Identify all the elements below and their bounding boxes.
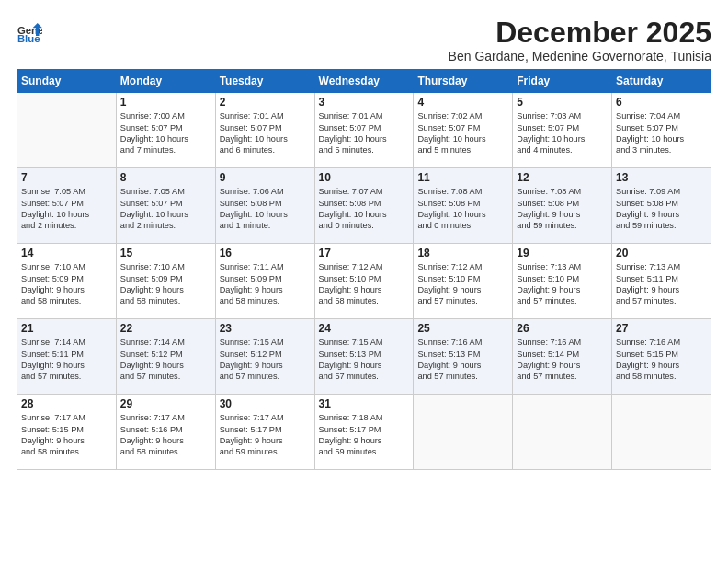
table-row (17, 93, 117, 168)
day-number: 8 (120, 171, 211, 184)
day-info: Sunrise: 7:01 AMSunset: 5:07 PMDaylight:… (319, 110, 410, 156)
header-thursday: Thursday (414, 70, 513, 93)
day-info: Sunrise: 7:08 AMSunset: 5:08 PMDaylight:… (517, 186, 608, 232)
logo-icon: General Blue (17, 17, 42, 42)
calendar-week-row: 28Sunrise: 7:17 AMSunset: 5:15 PMDayligh… (17, 395, 711, 470)
day-info: Sunrise: 7:13 AMSunset: 5:10 PMDaylight:… (517, 261, 608, 307)
table-row: 17Sunrise: 7:12 AMSunset: 5:10 PMDayligh… (314, 244, 414, 319)
day-number: 17 (319, 247, 410, 259)
day-number: 1 (120, 96, 211, 109)
header-friday: Friday (513, 70, 612, 93)
table-row (513, 395, 612, 470)
day-number: 14 (21, 247, 112, 259)
header-wednesday: Wednesday (314, 70, 414, 93)
table-row: 2Sunrise: 7:01 AMSunset: 5:07 PMDaylight… (215, 93, 314, 168)
header-saturday: Saturday (612, 70, 711, 93)
day-info: Sunrise: 7:10 AMSunset: 5:09 PMDaylight:… (21, 261, 112, 307)
header-tuesday: Tuesday (215, 70, 314, 93)
table-row (414, 395, 513, 470)
day-info: Sunrise: 7:15 AMSunset: 5:13 PMDaylight:… (319, 337, 410, 383)
day-info: Sunrise: 7:17 AMSunset: 5:17 PMDaylight:… (220, 412, 311, 458)
table-row: 23Sunrise: 7:15 AMSunset: 5:12 PMDayligh… (215, 319, 314, 395)
table-row: 18Sunrise: 7:12 AMSunset: 5:10 PMDayligh… (414, 244, 513, 319)
day-info: Sunrise: 7:05 AMSunset: 5:07 PMDaylight:… (120, 186, 211, 232)
day-info: Sunrise: 7:14 AMSunset: 5:11 PMDaylight:… (21, 337, 112, 383)
day-info: Sunrise: 7:18 AMSunset: 5:17 PMDaylight:… (319, 412, 410, 458)
month-title: December 2025 (449, 17, 711, 49)
table-row: 30Sunrise: 7:17 AMSunset: 5:17 PMDayligh… (215, 395, 314, 470)
table-row: 19Sunrise: 7:13 AMSunset: 5:10 PMDayligh… (513, 244, 612, 319)
table-row: 22Sunrise: 7:14 AMSunset: 5:12 PMDayligh… (116, 319, 215, 395)
day-number: 31 (319, 397, 410, 410)
table-row: 16Sunrise: 7:11 AMSunset: 5:09 PMDayligh… (215, 244, 314, 319)
table-row (612, 395, 711, 470)
day-info: Sunrise: 7:14 AMSunset: 5:12 PMDaylight:… (120, 337, 211, 383)
table-row: 11Sunrise: 7:08 AMSunset: 5:08 PMDayligh… (414, 168, 513, 244)
day-info: Sunrise: 7:17 AMSunset: 5:15 PMDaylight:… (21, 412, 112, 458)
day-number: 21 (21, 322, 112, 335)
table-row: 7Sunrise: 7:05 AMSunset: 5:07 PMDaylight… (17, 168, 117, 244)
table-row: 27Sunrise: 7:16 AMSunset: 5:15 PMDayligh… (612, 319, 711, 395)
day-number: 5 (517, 96, 608, 109)
table-row: 15Sunrise: 7:10 AMSunset: 5:09 PMDayligh… (116, 244, 215, 319)
day-number: 15 (120, 247, 211, 259)
table-row: 31Sunrise: 7:18 AMSunset: 5:17 PMDayligh… (314, 395, 414, 470)
day-info: Sunrise: 7:17 AMSunset: 5:16 PMDaylight:… (120, 412, 211, 458)
page-header: General Blue December 2025 Ben Gardane, … (17, 17, 711, 63)
table-row: 14Sunrise: 7:10 AMSunset: 5:09 PMDayligh… (17, 244, 117, 319)
day-number: 18 (417, 247, 508, 259)
table-row: 8Sunrise: 7:05 AMSunset: 5:07 PMDaylight… (116, 168, 215, 244)
day-number: 22 (120, 322, 211, 335)
day-info: Sunrise: 7:05 AMSunset: 5:07 PMDaylight:… (21, 186, 112, 232)
table-row: 1Sunrise: 7:00 AMSunset: 5:07 PMDaylight… (116, 93, 215, 168)
day-number: 2 (220, 96, 311, 109)
day-info: Sunrise: 7:12 AMSunset: 5:10 PMDaylight:… (417, 261, 508, 307)
day-info: Sunrise: 7:08 AMSunset: 5:08 PMDaylight:… (417, 186, 508, 232)
table-row: 9Sunrise: 7:06 AMSunset: 5:08 PMDaylight… (215, 168, 314, 244)
calendar-table: Sunday Monday Tuesday Wednesday Thursday… (17, 69, 711, 470)
day-info: Sunrise: 7:06 AMSunset: 5:08 PMDaylight:… (220, 186, 311, 232)
table-row: 21Sunrise: 7:14 AMSunset: 5:11 PMDayligh… (17, 319, 117, 395)
table-row: 20Sunrise: 7:13 AMSunset: 5:11 PMDayligh… (612, 244, 711, 319)
day-info: Sunrise: 7:00 AMSunset: 5:07 PMDaylight:… (120, 110, 211, 156)
title-block: December 2025 Ben Gardane, Medenine Gove… (449, 17, 711, 63)
day-number: 13 (616, 171, 707, 184)
day-number: 26 (517, 322, 608, 335)
day-number: 25 (417, 322, 508, 335)
day-number: 9 (220, 171, 311, 184)
day-info: Sunrise: 7:03 AMSunset: 5:07 PMDaylight:… (517, 110, 608, 156)
table-row: 25Sunrise: 7:16 AMSunset: 5:13 PMDayligh… (414, 319, 513, 395)
day-number: 27 (616, 322, 707, 335)
table-row: 4Sunrise: 7:02 AMSunset: 5:07 PMDaylight… (414, 93, 513, 168)
day-info: Sunrise: 7:16 AMSunset: 5:13 PMDaylight:… (417, 337, 508, 383)
table-row: 28Sunrise: 7:17 AMSunset: 5:15 PMDayligh… (17, 395, 117, 470)
day-number: 24 (319, 322, 410, 335)
day-info: Sunrise: 7:16 AMSunset: 5:15 PMDaylight:… (616, 337, 707, 383)
calendar-week-row: 21Sunrise: 7:14 AMSunset: 5:11 PMDayligh… (17, 319, 711, 395)
table-row: 3Sunrise: 7:01 AMSunset: 5:07 PMDaylight… (314, 93, 414, 168)
day-number: 4 (417, 96, 508, 109)
day-info: Sunrise: 7:16 AMSunset: 5:14 PMDaylight:… (517, 337, 608, 383)
day-info: Sunrise: 7:12 AMSunset: 5:10 PMDaylight:… (319, 261, 410, 307)
table-row: 10Sunrise: 7:07 AMSunset: 5:08 PMDayligh… (314, 168, 414, 244)
table-row: 26Sunrise: 7:16 AMSunset: 5:14 PMDayligh… (513, 319, 612, 395)
table-row: 13Sunrise: 7:09 AMSunset: 5:08 PMDayligh… (612, 168, 711, 244)
calendar-week-row: 7Sunrise: 7:05 AMSunset: 5:07 PMDaylight… (17, 168, 711, 244)
day-info: Sunrise: 7:13 AMSunset: 5:11 PMDaylight:… (616, 261, 707, 307)
day-number: 19 (517, 247, 608, 259)
location: Ben Gardane, Medenine Governorate, Tunis… (449, 49, 711, 63)
day-number: 10 (319, 171, 410, 184)
table-row: 24Sunrise: 7:15 AMSunset: 5:13 PMDayligh… (314, 319, 414, 395)
day-number: 7 (21, 171, 112, 184)
day-number: 30 (220, 397, 311, 410)
day-number: 3 (319, 96, 410, 109)
day-info: Sunrise: 7:10 AMSunset: 5:09 PMDaylight:… (120, 261, 211, 307)
day-number: 28 (21, 397, 112, 410)
day-info: Sunrise: 7:09 AMSunset: 5:08 PMDaylight:… (616, 186, 707, 232)
day-info: Sunrise: 7:02 AMSunset: 5:07 PMDaylight:… (417, 110, 508, 156)
day-info: Sunrise: 7:15 AMSunset: 5:12 PMDaylight:… (220, 337, 311, 383)
day-info: Sunrise: 7:11 AMSunset: 5:09 PMDaylight:… (220, 261, 311, 307)
calendar-week-row: 14Sunrise: 7:10 AMSunset: 5:09 PMDayligh… (17, 244, 711, 319)
day-info: Sunrise: 7:04 AMSunset: 5:07 PMDaylight:… (616, 110, 707, 156)
day-info: Sunrise: 7:07 AMSunset: 5:08 PMDaylight:… (319, 186, 410, 232)
